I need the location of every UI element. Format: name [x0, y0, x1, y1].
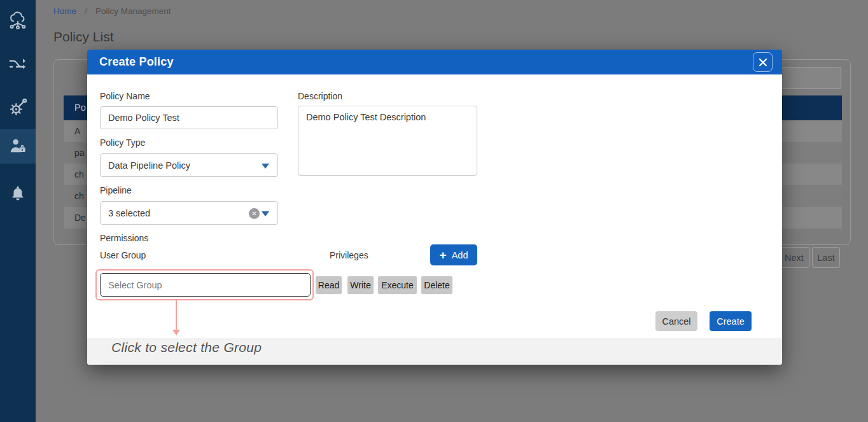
pipeline-value: 3 selected	[108, 208, 150, 218]
bell-icon	[8, 185, 27, 204]
breadcrumb-home-link[interactable]: Home	[53, 6, 76, 16]
breadcrumb-current: Policy Management	[95, 6, 171, 16]
close-icon	[759, 58, 767, 67]
create-button[interactable]: Create	[710, 311, 752, 331]
permissions-label: Permissions	[100, 233, 148, 243]
policy-type-value: Data Pipeline Policy	[108, 160, 190, 171]
page-title: Policy List	[53, 29, 114, 45]
sidebar	[0, 0, 36, 422]
privilege-execute-button[interactable]: Execute	[378, 276, 417, 294]
app-screen: Home / Policy Management Policy List Po …	[0, 0, 868, 422]
chevron-down-icon	[262, 164, 269, 169]
policy-type-label: Policy Type	[100, 137, 145, 148]
pagination-next-button[interactable]: Next	[779, 247, 809, 268]
pagination-last-button[interactable]: Last	[812, 247, 840, 268]
pipeline-label: Pipeline	[100, 185, 132, 195]
description-textarea[interactable]: Demo Policy Test Description	[298, 106, 477, 176]
select-group-input[interactable]	[100, 273, 311, 297]
privileges-label: Privileges	[330, 250, 368, 260]
chevron-down-icon	[262, 211, 269, 216]
gear-wrench-icon	[8, 97, 28, 118]
annotation-text: Click to select the Group	[111, 340, 262, 355]
add-button-label: Add	[452, 250, 468, 260]
policy-name-input[interactable]	[100, 106, 278, 129]
breadcrumb-separator: /	[85, 6, 87, 16]
annotation-arrow-head-icon	[172, 330, 180, 335]
cancel-button[interactable]: Cancel	[655, 311, 697, 331]
privilege-read-button[interactable]: Read	[316, 276, 342, 294]
shuffle-arrows-icon	[8, 54, 28, 74]
policy-name-label: Policy Name	[100, 91, 150, 101]
create-policy-modal: Create Policy Policy Name Description De…	[87, 50, 782, 365]
annotation-arrow-line	[176, 300, 177, 331]
cloud-network-icon	[8, 11, 28, 31]
modal-title: Create Policy	[99, 55, 174, 69]
user-lock-icon	[8, 136, 28, 157]
pipeline-multiselect[interactable]: 3 selected ✕	[100, 201, 278, 225]
sidebar-item-data-flow[interactable]	[0, 47, 36, 81]
sidebar-item-notifications[interactable]	[0, 177, 36, 211]
close-button[interactable]	[753, 52, 773, 72]
user-group-label: User Group	[100, 250, 146, 260]
clear-selection-icon[interactable]: ✕	[249, 208, 260, 219]
sidebar-item-cloud-pipeline[interactable]	[0, 4, 36, 38]
modal-header: Create Policy	[87, 50, 782, 74]
policy-type-select[interactable]: Data Pipeline Policy	[100, 153, 278, 177]
sidebar-item-settings-tools[interactable]	[0, 90, 36, 125]
sidebar-item-user-policy[interactable]	[0, 129, 36, 164]
description-label: Description	[298, 91, 342, 101]
plus-icon: +	[440, 249, 447, 261]
privilege-write-button[interactable]: Write	[347, 276, 374, 294]
privilege-delete-button[interactable]: Delete	[421, 276, 452, 294]
add-permission-button[interactable]: + Add	[430, 244, 477, 265]
